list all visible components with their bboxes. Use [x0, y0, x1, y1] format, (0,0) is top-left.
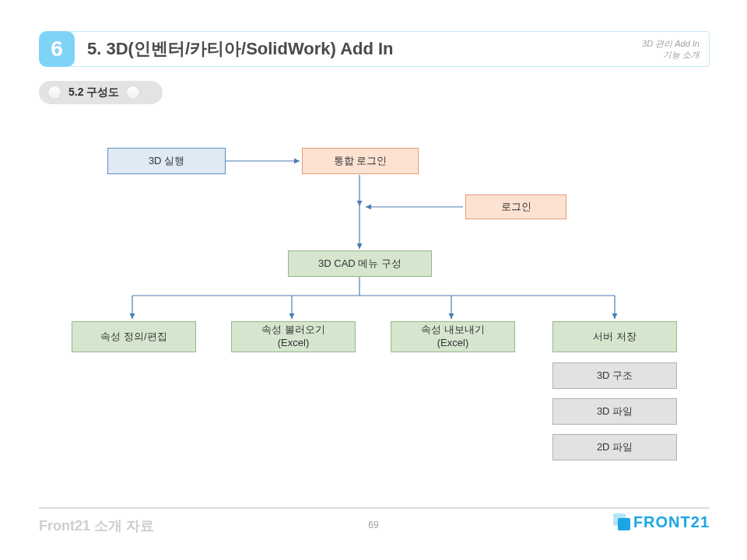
node-unified-login: 통합 로그인 — [302, 148, 419, 174]
node-attr-export-excel: 속성 내보내기 (Excel) — [391, 321, 515, 352]
dot-icon — [48, 86, 61, 99]
dot-icon — [127, 86, 139, 99]
logo-squares-icon — [616, 516, 629, 529]
node-3d-structure: 3D 구조 — [552, 362, 677, 389]
title-note: 3D 관리 Add In 기능 소개 — [642, 38, 700, 61]
section-subheader-text: 5.2 구성도 — [68, 86, 119, 100]
footer-divider — [39, 507, 710, 509]
node-3d-run: 3D 실행 — [107, 148, 226, 174]
node-attr-import-excel: 속성 불러오기 (Excel) — [231, 321, 356, 352]
footer-logo-text: FRONT21 — [633, 513, 710, 531]
node-3d-file: 3D 파일 — [552, 398, 677, 425]
node-server-save: 서버 저장 — [552, 321, 677, 352]
footer-logo: FRONT21 — [616, 513, 710, 531]
page-title: 5. 3D(인벤터/카티아/SolidWork) Add In — [87, 37, 394, 61]
title-note-line2: 기능 소개 — [663, 50, 700, 59]
diagram: 3D 실행 통합 로그인 로그인 3D CAD 메뉴 구성 속성 정의/편집 속… — [39, 132, 710, 498]
chapter-number-badge: 6 — [39, 31, 75, 67]
title-note-line1: 3D 관리 Add In — [642, 39, 700, 48]
section-subheader: 5.2 구성도 — [39, 81, 163, 104]
node-attr-edit: 속성 정의/편집 — [72, 321, 196, 352]
node-2d-file: 2D 파일 — [552, 434, 677, 460]
title-bar: 5. 3D(인벤터/카티아/SolidWork) Add In 3D 관리 Ad… — [70, 31, 710, 67]
header: 6 5. 3D(인벤터/카티아/SolidWork) Add In 3D 관리 … — [39, 31, 710, 67]
node-login: 로그인 — [465, 194, 566, 219]
node-3d-cad-menu: 3D CAD 메뉴 구성 — [288, 250, 432, 277]
